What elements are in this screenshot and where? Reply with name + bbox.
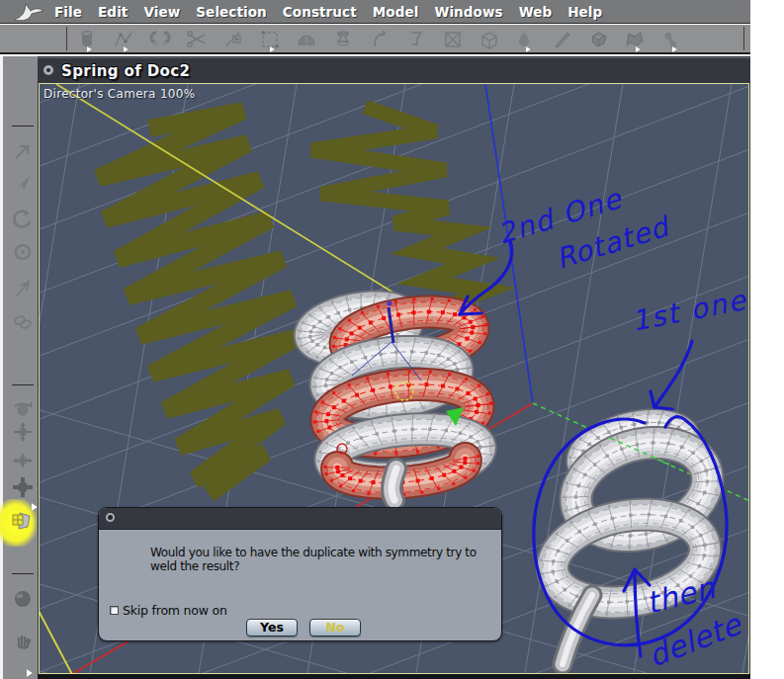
spring1-tail: [392, 468, 396, 500]
menu-edit[interactable]: Edit: [98, 4, 128, 20]
app-logo-icon: [12, 1, 45, 23]
dialog-message-line2: weld the result?: [150, 559, 477, 573]
tool-symmetry-active-icon[interactable]: [10, 507, 34, 531]
application-window: File Edit View Selection Construct Model…: [0, 0, 750, 679]
skip-checkbox-label: Skip from now on: [123, 603, 227, 618]
toolbar-goblet-icon[interactable]: [404, 28, 428, 51]
tool-chain-links-icon[interactable]: [11, 310, 35, 334]
toolbar-flyout-arrow-icon[interactable]: [672, 46, 677, 52]
screenshot-stage: File Edit View Selection Construct Model…: [0, 0, 784, 679]
menu-selection[interactable]: Selection: [196, 4, 267, 20]
tool-rotate-c-icon[interactable]: [11, 208, 35, 231]
dialog-message-line1: Would you like to have the duplicate wit…: [150, 546, 477, 559]
tool-gizmo-scale-icon[interactable]: [11, 449, 35, 472]
tool-arrow-cursor-icon[interactable]: [11, 139, 35, 163]
menu-file[interactable]: File: [54, 4, 82, 20]
skip-checkbox[interactable]: [110, 606, 119, 615]
toolbar-weld-icon[interactable]: [221, 28, 245, 51]
document-title: Spring of Doc2: [61, 62, 190, 80]
sidebar-divider: [12, 573, 34, 574]
toolbar-pen-icon[interactable]: [551, 28, 574, 51]
menu-bar: File Edit View Selection Construct Model…: [0, 0, 750, 24]
axis-z: [485, 84, 533, 403]
document-window-bottom-border: [38, 674, 750, 679]
marker-violet-dot: [387, 300, 392, 305]
toolbar-box-3d-icon[interactable]: [478, 28, 501, 51]
toolbar-magnet-icon[interactable]: [148, 28, 172, 51]
dialog-close-icon[interactable]: [106, 513, 115, 522]
toolbar-flyout-arrow-icon[interactable]: [87, 46, 92, 52]
toolbar-lathe-icon[interactable]: [331, 28, 355, 51]
tool-orbit-rotate-icon[interactable]: [11, 397, 35, 421]
toolbar-rock-icon[interactable]: [587, 28, 611, 51]
tool-move-cross-icon[interactable]: [11, 475, 35, 499]
dialog-titlebar[interactable]: [99, 508, 501, 530]
sidebar-divider: [12, 384, 34, 385]
yes-button[interactable]: Yes: [246, 619, 298, 637]
weld-confirm-dialog: Would you like to have the duplicate wit…: [98, 507, 502, 641]
toolbar-divider: [743, 27, 744, 50]
tool-hand-pan-icon[interactable]: [11, 628, 35, 651]
camera-label: Director's Camera 100%: [44, 87, 195, 101]
toolbar-flyout-arrow-icon[interactable]: [636, 46, 641, 52]
sidebar-flyout-arrow-icon[interactable]: [27, 669, 33, 677]
window-close-icon[interactable]: [44, 65, 53, 75]
menu-help[interactable]: Help: [567, 4, 602, 20]
toolbar-flyout-arrow-icon[interactable]: [124, 46, 129, 52]
tool-sphere-icon[interactable]: [11, 587, 35, 611]
tool-sidebar: [0, 56, 38, 679]
spring-original-white: [540, 410, 722, 664]
toolbar-scissors-icon[interactable]: [185, 28, 209, 51]
menu-windows[interactable]: Windows: [434, 4, 502, 20]
dialog-checkbox-row: Skip from now on: [110, 603, 227, 618]
toolbar-divider: [66, 27, 67, 50]
menu-model[interactable]: Model: [373, 4, 419, 20]
menu-view[interactable]: View: [143, 4, 180, 20]
main-toolbar: [0, 25, 750, 54]
tool-disc-icon[interactable]: [11, 240, 35, 264]
no-button[interactable]: No: [309, 619, 361, 637]
document-titlebar[interactable]: Spring of Doc2: [38, 57, 750, 83]
toolbar-cross-box-icon[interactable]: [441, 28, 465, 51]
toolbar-flyout-arrow-icon[interactable]: [526, 46, 531, 52]
menu-web[interactable]: Web: [519, 4, 553, 20]
tool-gizmo-axes-icon[interactable]: [11, 420, 35, 444]
tool-needle-icon[interactable]: [11, 277, 35, 300]
toolbar-flyout-arrow-icon[interactable]: [270, 46, 275, 52]
menu-construct[interactable]: Construct: [283, 4, 357, 20]
tool-dart-select-icon[interactable]: [11, 171, 35, 195]
toolbar-sweep-icon[interactable]: [368, 28, 392, 51]
toolbar-dome-icon[interactable]: [295, 28, 318, 51]
dialog-message: Would you like to have the duplicate wit…: [150, 546, 477, 573]
sidebar-divider: [12, 126, 34, 127]
